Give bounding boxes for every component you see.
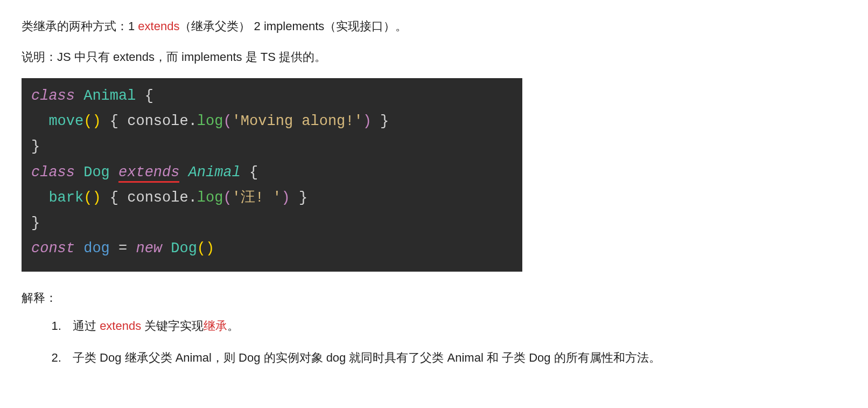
- keyword-const: const: [31, 240, 75, 257]
- dot: .: [188, 190, 197, 206]
- obj-console: console: [127, 113, 188, 129]
- class-name: Dog: [83, 164, 110, 181]
- indent: [31, 190, 48, 206]
- string-literal: '汪! ': [232, 190, 282, 206]
- paren: ): [92, 113, 109, 129]
- indent: [31, 113, 48, 129]
- paren: ): [363, 113, 372, 129]
- obj-console: console: [127, 190, 188, 206]
- text-segment: 通过: [73, 319, 100, 333]
- paren: (: [197, 240, 206, 257]
- brace: }: [31, 215, 40, 231]
- paren: ): [206, 240, 214, 257]
- brace: {: [136, 88, 153, 104]
- method-name: bark: [48, 190, 83, 206]
- brace: {: [110, 190, 127, 206]
- brace: }: [372, 113, 389, 129]
- list-item: 子类 Dog 继承父类 Animal，则 Dog 的实例对象 dog 就同时具有…: [65, 348, 846, 368]
- intro-paragraph-2: 说明：JS 中只有 extends，而 implements 是 TS 提供的。: [22, 47, 846, 67]
- string-literal: 'Moving along!': [232, 113, 363, 129]
- inherit-highlight: 继承: [204, 319, 227, 333]
- func-log: log: [197, 190, 223, 206]
- extends-highlight: extends: [100, 319, 141, 333]
- parent-class: Animal: [188, 164, 241, 181]
- text-segment: 。: [227, 319, 239, 333]
- paren: (: [223, 113, 232, 129]
- keyword-extends: extends: [118, 164, 179, 183]
- keyword-class: class: [31, 164, 75, 181]
- paren: (: [83, 190, 92, 206]
- class-name: Dog: [171, 240, 197, 257]
- code-block: class Animal { move() { console.log('Mov…: [22, 78, 522, 272]
- text-segment: 关键字实现: [141, 319, 204, 333]
- keyword-new: new: [136, 240, 162, 257]
- class-name: Animal: [83, 88, 136, 104]
- paren: ): [281, 190, 290, 206]
- text-segment: （继承父类） 2 implements（实现接口）。: [179, 19, 407, 33]
- var-name: dog: [83, 240, 110, 257]
- paren: ): [92, 190, 109, 206]
- equals: =: [110, 240, 136, 257]
- method-name: move: [48, 113, 83, 129]
- dot: .: [188, 113, 197, 129]
- intro-paragraph-1: 类继承的两种方式：1 extends（继承父类） 2 implements（实现…: [22, 16, 846, 36]
- paren: (: [223, 190, 232, 206]
- list-item: 通过 extends 关键字实现继承。: [65, 316, 846, 336]
- brace: }: [31, 139, 40, 155]
- func-log: log: [197, 113, 223, 129]
- brace: }: [290, 190, 307, 206]
- keyword-class: class: [31, 88, 75, 104]
- paren: (: [83, 113, 92, 129]
- extends-highlight: extends: [138, 19, 179, 33]
- brace: {: [110, 113, 127, 129]
- text-segment: 类继承的两种方式：1: [22, 19, 138, 33]
- brace: {: [241, 164, 258, 181]
- explanation-heading: 解释：: [22, 288, 846, 308]
- explanation-list: 通过 extends 关键字实现继承。 子类 Dog 继承父类 Animal，则…: [65, 316, 846, 368]
